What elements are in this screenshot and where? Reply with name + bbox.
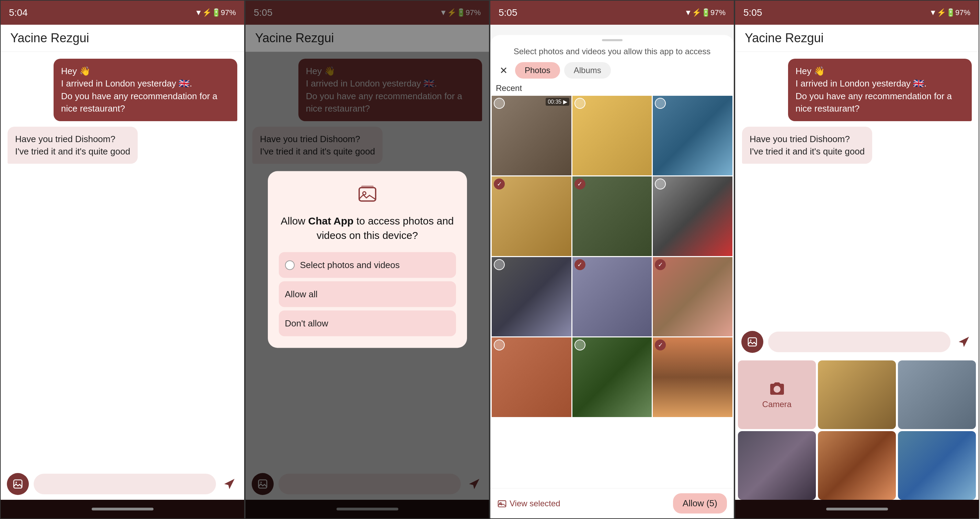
text-input-1[interactable] (33, 474, 216, 494)
time-1: 5:04 (9, 7, 28, 18)
app-name: Chat App (308, 215, 353, 227)
media-thumb-5[interactable] (898, 431, 976, 500)
chat-body-1: Hey 👋I arrived in London yesterday 🇬🇧.Do… (1, 52, 244, 468)
media-picker-grid: Camera (735, 358, 978, 500)
gallery-icon (357, 184, 378, 204)
status-icons-4: ▼⚡🔋97% (929, 8, 970, 17)
select-circle-9: ✓ (655, 259, 666, 270)
media-thumb-4[interactable] (818, 431, 896, 500)
photo-bg-6 (653, 176, 732, 256)
view-selected-btn[interactable]: View selected (497, 499, 560, 508)
send-icon-4 (958, 336, 970, 348)
phone-3: 5:05 ▼⚡🔋97% Select photos and videos you… (490, 0, 735, 519)
phone-1: 5:04 ▼⚡🔋97% Yacine Rezgui Hey 👋I arrived… (0, 0, 245, 519)
text-input-4[interactable] (768, 332, 950, 352)
message-received-1: Have you tried Dishoom?I've tried it and… (8, 127, 138, 164)
media-thumb-2[interactable] (898, 360, 976, 429)
svg-rect-5 (361, 186, 374, 188)
chat-body-4: Hey 👋I arrived in London yesterday 🇬🇧.Do… (735, 52, 978, 326)
input-bar-1 (1, 468, 244, 500)
photo-bg-1 (492, 96, 571, 175)
photo-cell-1[interactable]: 00:35 ▶ (492, 96, 571, 175)
photo-bg-12 (653, 337, 732, 417)
home-indicator-1 (92, 508, 153, 510)
chat-header-1: Yacine Rezgui (1, 25, 244, 52)
select-circle-6 (655, 178, 666, 189)
input-bar-4 (735, 326, 978, 358)
phone-4: 5:05 ▼⚡🔋97% Yacine Rezgui Hey 👋I arrived… (735, 0, 979, 519)
photo-bg-2 (573, 96, 652, 175)
send-button-1[interactable] (221, 475, 238, 492)
media-button-1[interactable] (7, 473, 29, 495)
permission-dialog: Allow Chat App to access photos and vide… (268, 171, 467, 348)
photo-grid: 00:35 ▶ ✓ ✓ (490, 96, 734, 417)
photo-bg-4 (492, 176, 571, 256)
video-badge-1: 00:35 ▶ (546, 98, 569, 106)
select-circle-4: ✓ (494, 178, 505, 189)
section-label-recent: Recent (490, 82, 734, 96)
photo-cell-10[interactable] (492, 337, 571, 417)
photo-cell-7[interactable] (492, 257, 571, 337)
time-3: 5:05 (499, 7, 517, 18)
picker-close-btn[interactable]: ✕ (496, 63, 511, 78)
camera-label: Camera (762, 400, 791, 409)
svg-point-1 (16, 482, 17, 483)
send-icon-1 (223, 478, 235, 490)
media-thumb-1[interactable] (818, 360, 896, 429)
message-received-4: Have you tried Dishoom?I've tried it and… (742, 127, 872, 164)
photo-cell-4[interactable]: ✓ (492, 176, 571, 256)
perm-title: Allow Chat App to access photos and vide… (279, 214, 456, 243)
allow-all-label: Allow all (285, 289, 318, 300)
view-selected-label: View selected (509, 499, 560, 508)
photo-bg-9 (653, 257, 732, 337)
tab-photos[interactable]: Photos (515, 62, 560, 79)
camera-icon (769, 380, 785, 397)
picker-footer: View selected Allow (5) (490, 488, 734, 518)
photo-cell-3[interactable] (653, 96, 732, 175)
select-circle-11 (574, 340, 585, 351)
home-indicator-4 (826, 508, 888, 510)
image-icon-1 (12, 478, 23, 489)
send-button-4[interactable] (955, 333, 972, 351)
select-circle-2 (574, 98, 585, 109)
allow-button[interactable]: Allow (5) (673, 493, 727, 514)
photo-cell-11[interactable] (573, 337, 652, 417)
photo-bg-10 (492, 337, 571, 417)
tab-albums[interactable]: Albums (564, 62, 611, 79)
picker-header-text: Select photos and videos you allow this … (490, 44, 734, 60)
photo-cell-6[interactable] (653, 176, 732, 256)
select-circle-5: ✓ (574, 178, 585, 189)
photo-cell-8[interactable]: ✓ (573, 257, 652, 337)
time-4: 5:05 (743, 7, 762, 18)
nav-bar-1 (1, 500, 244, 518)
dont-allow-label: Don't allow (285, 318, 328, 329)
status-icons-3: ▼⚡🔋97% (684, 8, 725, 17)
phone-2: 5:05 ▼⚡🔋97% Yacine Rezgui Hey 👋I arrived… (245, 0, 490, 519)
allow-all-option[interactable]: Allow all (279, 281, 456, 307)
photo-cell-5[interactable]: ✓ (573, 176, 652, 256)
status-icons-1: ▼⚡🔋97% (195, 8, 236, 17)
select-photos-option[interactable]: Select photos and videos (279, 252, 456, 278)
picker-handle (602, 39, 622, 41)
status-bar-4: 5:05 ▼⚡🔋97% (735, 1, 978, 25)
photo-cell-2[interactable] (573, 96, 652, 175)
photo-picker: Select photos and videos you allow this … (490, 35, 734, 518)
media-button-4[interactable] (741, 331, 763, 353)
photo-bg-8 (573, 257, 652, 337)
svg-rect-9 (748, 338, 756, 346)
dont-allow-option[interactable]: Don't allow (279, 311, 456, 336)
status-bar-1: 5:04 ▼⚡🔋97% (1, 1, 244, 25)
media-thumb-3[interactable] (738, 431, 816, 500)
message-sent-4: Hey 👋I arrived in London yesterday 🇬🇧.Do… (788, 59, 972, 121)
picker-tabs-row: ✕ Photos Albums (490, 60, 734, 82)
select-circle-7 (494, 259, 505, 270)
camera-tile[interactable]: Camera (738, 360, 816, 429)
photo-cell-9[interactable]: ✓ (653, 257, 732, 337)
photo-cell-12[interactable]: ✓ (653, 337, 732, 417)
photo-bg-7 (492, 257, 571, 337)
radio-select (285, 260, 294, 270)
image-icon-4 (747, 336, 758, 348)
svg-rect-4 (359, 188, 375, 201)
select-circle-8: ✓ (574, 259, 585, 270)
select-circle-1 (494, 98, 505, 109)
